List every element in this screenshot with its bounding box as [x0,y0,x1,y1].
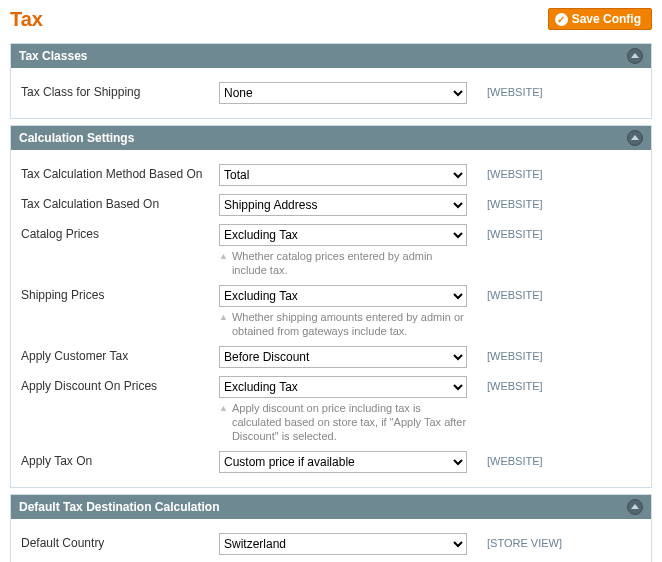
collapse-icon [627,48,643,64]
section-tax-classes: Tax Classes Tax Class for Shipping None … [10,43,652,119]
hint-catalog-prices: ▲ Whether catalog prices entered by admi… [219,249,467,277]
svg-marker-2 [631,504,639,509]
select-shipping-tax-class[interactable]: None [219,82,467,104]
page-title: Tax [10,8,43,31]
scope-label: [STORE VIEW] [467,533,587,553]
section-title: Tax Classes [19,49,88,63]
section-title: Default Tax Destination Calculation [19,500,219,514]
svg-marker-0 [631,53,639,58]
section-header-calculation-settings[interactable]: Calculation Settings [11,126,651,150]
label-default-country: Default Country [21,533,219,553]
label-catalog-prices: Catalog Prices [21,224,219,244]
scope-label: [WEBSITE] [467,224,587,244]
scope-label: [WEBSITE] [467,164,587,184]
scope-label: [WEBSITE] [467,194,587,214]
section-default-destination: Default Tax Destination Calculation Defa… [10,494,652,562]
collapse-icon [627,130,643,146]
label-tax-calc-based-on: Tax Calculation Based On [21,194,219,214]
select-default-country[interactable]: Switzerland [219,533,467,555]
select-tax-calc-based-on[interactable]: Shipping Address [219,194,467,216]
select-apply-customer-tax[interactable]: Before Discount [219,346,467,368]
select-catalog-prices[interactable]: Excluding Tax [219,224,467,246]
label-apply-tax-on: Apply Tax On [21,451,219,471]
scope-label: [WEBSITE] [467,346,587,366]
label-tax-calc-method-based-on: Tax Calculation Method Based On [21,164,219,184]
check-icon: ✓ [555,13,568,26]
select-tax-calc-method-based-on[interactable]: Total [219,164,467,186]
hint-shipping-prices: ▲ Whether shipping amounts entered by ad… [219,310,467,338]
hint-apply-discount-on-prices: ▲ Apply discount on price including tax … [219,401,467,443]
select-apply-discount-on-prices[interactable]: Excluding Tax [219,376,467,398]
scope-label: [WEBSITE] [467,451,587,471]
label-apply-discount-on-prices: Apply Discount On Prices [21,376,219,396]
save-config-label: Save Config [572,12,641,26]
scope-label: [WEBSITE] [467,376,587,396]
triangle-icon: ▲ [219,401,228,443]
triangle-icon: ▲ [219,249,228,277]
scope-label: [WEBSITE] [467,285,587,305]
section-title: Calculation Settings [19,131,134,145]
triangle-icon: ▲ [219,310,228,338]
section-header-tax-classes[interactable]: Tax Classes [11,44,651,68]
label-shipping-tax-class: Tax Class for Shipping [21,82,219,102]
label-shipping-prices: Shipping Prices [21,285,219,305]
save-config-button[interactable]: ✓ Save Config [548,8,652,30]
section-header-default-destination[interactable]: Default Tax Destination Calculation [11,495,651,519]
select-apply-tax-on[interactable]: Custom price if available [219,451,467,473]
select-shipping-prices[interactable]: Excluding Tax [219,285,467,307]
svg-marker-1 [631,135,639,140]
section-calculation-settings: Calculation Settings Tax Calculation Met… [10,125,652,488]
scope-label: [WEBSITE] [467,82,587,102]
collapse-icon [627,499,643,515]
label-apply-customer-tax: Apply Customer Tax [21,346,219,366]
